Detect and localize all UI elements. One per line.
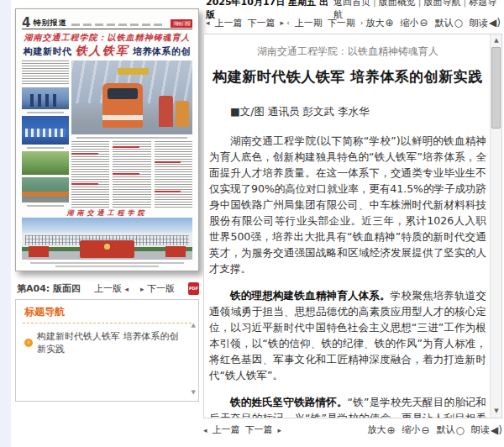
prev-article-icon: ◂ [203, 426, 207, 434]
thumb-masthead-logo: 湖南日报 [171, 19, 192, 28]
campus-red-stage [80, 240, 134, 258]
thumb-intro-text-texture [22, 60, 69, 85]
next-article-icon: ▸ [278, 426, 282, 434]
thumb-photo-campus [22, 218, 192, 260]
thumb-headline: 湖南交通工程学院：以铁血精神铸魂育人 构建新时代 铁人铁军 培养体系的创新实践 [22, 29, 192, 60]
thumb-photo-group-ceremony [22, 116, 69, 145]
thumb-body [22, 60, 192, 208]
red-subhead-mark [155, 161, 181, 163]
layout-nav-link[interactable]: 版面导航 [424, 0, 461, 8]
next-issue-icon: › [360, 18, 364, 27]
title-nav-scroll-up-icon[interactable]: ▲ [192, 322, 196, 329]
thumb-left-column [22, 60, 69, 208]
red-subhead-mark [71, 183, 98, 185]
title-navigation-panel: 标题导航 › 构建新时代铁人铁军 培养体系的创新实践 ▲ ▼ [15, 299, 199, 402]
layout-overview-link[interactable]: 版面概览 [379, 0, 416, 8]
speaker-icon: ◀) [489, 17, 501, 29]
zoom-in-icon: ⊕ [386, 424, 395, 436]
zoom-out-icon: ⊖ [422, 424, 430, 436]
article-nav-group-bottom: ◂ 上一篇 下一篇 ▸ [203, 423, 281, 436]
article-byline: ■文/图 通讯员 彭文武 李水华 [209, 105, 486, 119]
home-link[interactable]: 返回首页 [333, 0, 370, 8]
thumb-text-column [71, 141, 109, 208]
scrollbar-thumb[interactable] [491, 47, 501, 129]
next-page-icon: ▸ [140, 285, 144, 293]
thumb-headline-kicker: 湖南交通工程学院：以铁血精神铸魂育人 [22, 32, 192, 43]
title-nav-item[interactable]: › 构建新时代铁人铁军 培养体系的创新实践 [16, 323, 198, 355]
thumb-photo-train-interior [22, 87, 69, 109]
scrollbar-up-icon[interactable]: ▲ [491, 35, 502, 46]
title-nav-header: 标题导航 [16, 300, 198, 323]
thumb-photo-caption [27, 112, 64, 113]
orange-train-car [176, 101, 189, 128]
scrollbar-down-icon[interactable]: ▼ [491, 406, 502, 417]
bottom-tool-bar: ◂ 上一篇 下一篇 ▸ 放大⊕ 缩小⊖ 默认○ 朗读◀) [203, 423, 502, 436]
zoom-out-button[interactable]: 缩小⊖ [401, 17, 428, 29]
zoom-in-button[interactable]: 放大⊕ [367, 423, 395, 436]
prev-issue-link[interactable]: 上一期 [295, 17, 323, 29]
thumb-photo-caption [27, 147, 64, 149]
zoom-in-icon: ⊕ [385, 17, 393, 29]
article-kicker: 湖南交通工程学院：以铁血精神铸魂育人 [209, 45, 486, 59]
thumb-text-columns [71, 141, 192, 208]
orange-locomotive [102, 83, 143, 128]
newspaper-page-thumbnail[interactable]: 4 特别报道 湖南日报 湖南交通工程学院：以铁血精神铸魂育人 构建新时代 铁人铁… [15, 8, 199, 271]
article-box: 湖南交通工程学院：以铁血精神铸魂育人 构建新时代铁人铁军 培养体系的创新实践 ■… [203, 34, 502, 418]
article-panel: 2025年10月17日 星期五 出版 返回首页|版面概览|版面导航|标题导航 ◂… [202, 0, 504, 447]
thumb-text-column [113, 141, 150, 208]
prev-article-link[interactable]: 上一篇 [213, 423, 240, 436]
article-paragraph: 铁的姓氏坚守铁路情怀。“铁”是学校先天醒目的胎记和后天夺目的标记，兴“铁”是学校… [209, 394, 486, 418]
campus-red-banner-right [165, 246, 186, 257]
page-navigation: 第A04: 版面四 上一版 ◂ ▸ 下一版 PDF [17, 281, 199, 296]
campus-red-banner-left [29, 246, 49, 257]
next-issue-link[interactable]: 下一期 [328, 17, 355, 29]
article-title: 构建新时代铁人铁军 培养体系的创新实践 [209, 67, 486, 87]
default-view-icon: ○ [456, 424, 465, 436]
campus-sky [22, 218, 192, 234]
issue-nav-group: ‹ 上一期 下一期 › [286, 17, 363, 29]
thumb-photo-tunnel-site [22, 177, 69, 202]
thumb-text-column [155, 141, 192, 208]
thumb-photo-train-depot [71, 60, 192, 134]
thumb-campus-calligraphy: 湖南交通工程学院 [22, 208, 192, 218]
epaper-reader: 4 特别报道 湖南日报 湖南交通工程学院：以铁血精神铸魂育人 构建新时代 铁人铁… [0, 0, 504, 447]
prev-page-link[interactable]: 上一版 ◂ [94, 283, 129, 294]
view-controls: 放大⊕ 缩小⊖ 默认○ 朗读◀) [365, 17, 501, 29]
red-subhead-mark [113, 173, 139, 175]
zoom-in-button[interactable]: 放大⊕ [365, 17, 393, 29]
article-paragraph: 铁的理想构建铁血精神育人体系。学校聚焦培养轨道交通领域勇于担当、思想品德优的高素… [209, 287, 486, 383]
current-page-label: 第A04: 版面四 [17, 282, 81, 295]
thumb-bottom-caption [30, 262, 184, 264]
top-info-bar: 2025年10月17日 星期五 出版 返回首页|版面概览|版面导航|标题导航 [202, 0, 504, 14]
left-margin-strip [0, 0, 11, 447]
thumb-page-number: 4 [22, 17, 30, 29]
default-view-button[interactable]: 默认○ [437, 423, 465, 436]
default-view-button[interactable]: 默认○ [435, 17, 463, 29]
pdf-icon[interactable]: PDF [188, 282, 199, 295]
prev-article-link[interactable]: 上一篇 [215, 17, 243, 29]
default-view-icon: ○ [454, 17, 463, 29]
thumb-photo-green-field [22, 151, 69, 175]
thumb-right-column [71, 60, 192, 208]
zoom-out-button[interactable]: 缩小⊖ [402, 423, 430, 436]
thumb-bottom-caption [55, 266, 159, 267]
next-article-link[interactable]: 下一篇 [248, 17, 276, 29]
speaker-icon: ◀) [491, 424, 502, 436]
zoom-out-icon: ⊖ [420, 17, 428, 29]
thumb-headline-calligraphy: 铁人铁军 [76, 44, 129, 57]
article-nav-group: ◂ 上一篇 下一篇 ▸ [206, 17, 284, 29]
title-nav-scroll-down-icon[interactable]: ▼ [192, 389, 196, 396]
red-subhead-mark [155, 191, 181, 192]
thumb-page-header: 4 特别报道 湖南日报 [22, 15, 192, 29]
red-subhead-mark [71, 153, 98, 155]
next-page-link[interactable]: ▸ 下一版 [140, 283, 175, 294]
thumb-photo-caption [27, 205, 64, 207]
yellow-crane [118, 68, 149, 75]
article-content: 湖南交通工程学院：以铁血精神铸魂育人 构建新时代铁人铁军 培养体系的创新实践 ■… [204, 34, 490, 418]
read-aloud-button[interactable]: 朗读◀) [471, 423, 502, 436]
red-subhead-mark [113, 146, 139, 148]
next-article-link[interactable]: 下一篇 [245, 423, 273, 436]
thumb-section-title: 特别报道 [33, 18, 66, 29]
read-aloud-button[interactable]: 朗读◀) [470, 17, 501, 29]
article-scrollbar[interactable]: ▲ ▼ [490, 34, 501, 418]
